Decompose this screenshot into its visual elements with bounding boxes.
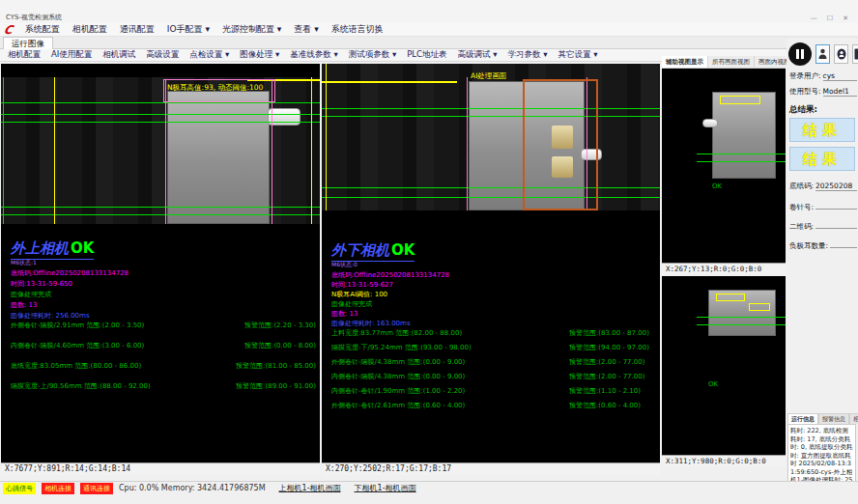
app-logo-icon: C (3, 24, 14, 36)
table-row: 内侧卷针-隔膜/4.38mm 范围:(0.00 - 9.00)预警范围:(2.0… (331, 372, 656, 386)
logout-button[interactable] (852, 44, 858, 64)
tool-image-processing[interactable]: 图像处理 ▾ (240, 49, 279, 61)
tool-advanced-settings[interactable]: 高级设置 (146, 49, 179, 61)
table-row: 内侧卷针-卷针/1.90mm 范围:(1.00 - 2.20)预警范围:(1.1… (331, 386, 656, 401)
middle-line-count: 图数: 13 (331, 309, 449, 319)
bottom-camera-view-link[interactable]: 下相机1-相机画面 (355, 483, 416, 493)
tool-advanced-debug[interactable]: 高级调试 ▾ (458, 49, 498, 61)
tab-run-info[interactable]: 运行信息 (787, 413, 818, 424)
aux-top-note: OK (712, 182, 722, 190)
tool-camera-debug[interactable]: 相机调试 (102, 49, 135, 61)
qr-value[interactable] (815, 220, 857, 229)
comm-connect-status-badge: 通讯连接 (80, 483, 113, 494)
aux-tab-all-views[interactable]: 所有画面视图 (708, 56, 755, 68)
login-user-value[interactable]: cys (823, 71, 857, 81)
tool-test-params[interactable]: 测试项参数 ▾ (349, 49, 396, 61)
middle-line-code: 底纸码:Offline20250208133134728 (331, 270, 449, 280)
cpu-memory-text: Cpu: 0.0% Memory: 3424.41796875M (119, 484, 266, 492)
tool-learning-params[interactable]: 学习参数 ▾ (507, 49, 547, 61)
table-row: 隔膜宽度-上/90.56mm 范围:(88.00 - 92.00)预警范围:(8… (11, 381, 316, 402)
aux-bottom-statusbar: X:311;Y:980;R:0;G:0;B:0 (662, 455, 786, 466)
tool-ai-config[interactable]: AI使用配置 (51, 49, 92, 61)
left-result-title: 外上相机OK (11, 239, 94, 260)
pause-button[interactable] (788, 42, 812, 66)
middle-camera-view[interactable]: AI处理画面 外下相机OK M6状态:0 底纸码:Offline20250208… (322, 64, 660, 475)
run-log-text[interactable]: 耗时: 222, 底纸检测耗时: 17, 底纸分类耗时: 0, 底纸提取分类耗时… (787, 424, 856, 488)
middle-measure-rows: 上料宽度:83.77mm 范围:(82.00 - 88.00)预警范围:(83.… (331, 328, 656, 415)
tool-camera-config[interactable]: 相机配置 (8, 49, 41, 61)
bottom-statusbar: 心跳信号 相机连接 通讯连接 Cpu: 0.0% Memory: 3424.41… (0, 481, 858, 494)
info-tabs: 运行信息 报警信息 相机信息 (787, 413, 858, 424)
user-login-button[interactable] (815, 44, 830, 64)
tab-row: 运行图像 (0, 37, 858, 49)
aux-bottom-green-line-1 (697, 317, 786, 318)
middle-line-done: 图像处理完成 (331, 299, 449, 309)
middle-line-threshold: N极耳AI阈值: 100 (331, 290, 449, 299)
menu-view[interactable]: 查看 ▾ (294, 23, 318, 36)
tool-baseline-params[interactable]: 基准线参数 ▾ (290, 49, 337, 61)
title-bar: CYS-视觉检测系统 — ☐ ✕ (0, 0, 858, 23)
menu-camera-config[interactable]: 相机配置 (72, 23, 107, 36)
model-value[interactable]: Model1 (823, 87, 857, 97)
anode-count-value[interactable] (830, 239, 857, 248)
menu-system-config[interactable]: 系统配置 (25, 23, 60, 36)
result-badge-2: 结果 (789, 147, 855, 171)
table-row: 内侧卷针-隔膜/4.60mm 范围:(3.00 - 6.00)预警范围:(0.0… (11, 341, 316, 361)
maximize-icon[interactable]: ☐ (827, 14, 833, 22)
table-row: 隔膜宽度-下/95.24mm 范围:(93.00 - 98.00)预警范围:(9… (331, 343, 656, 357)
aux-top-green-line-1 (697, 154, 786, 154)
aux-bottom-view[interactable]: OK X:311;Y:980;R:0;G:0;B:0 (662, 276, 786, 466)
tab-alarm-info[interactable]: 报警信息 (818, 413, 849, 424)
minimize-icon[interactable]: — (811, 14, 817, 22)
app-window: CYS-视觉检测系统 — ☐ ✕ C 系统配置 相机配置 通讯配置 IO手配置 … (0, 0, 858, 504)
left-line-done: 图像处理完成 (11, 290, 129, 300)
user-lock-button[interactable] (834, 44, 848, 64)
menu-comm-config[interactable]: 通讯配置 (120, 23, 155, 36)
middle-view-statusbar: X:270;Y:2502;R:17;G:17;B:17 (322, 462, 660, 475)
anode-count-label: 负极耳数量: (789, 241, 828, 251)
menu-language-switch[interactable]: 系统语言切换 (331, 23, 384, 36)
left-info-lines: 底纸码:Offline20250208133134728 时间:13-31-59… (11, 268, 129, 322)
tool-plc-address[interactable]: PLC地址表 (407, 49, 446, 61)
left-overlay-label: N极耳高值:93, 动态阈值:100 (167, 83, 263, 93)
total-result-label: 总结果: (789, 104, 817, 116)
middle-overlay-green-line-1 (322, 108, 660, 109)
aux-bottom-overlay-yellow-box-2 (749, 303, 770, 311)
left-overlay-yellow-vline-2 (311, 77, 312, 224)
base-code-value[interactable]: 20250208 (815, 182, 857, 191)
middle-overlay-orange-box (523, 79, 598, 210)
close-icon[interactable]: ✕ (843, 14, 848, 22)
right-sidebar: 登录用户: cys 使用型号: Model1 总结果: 结果 结果 底纸码: 2… (786, 39, 858, 489)
tool-spot-check[interactable]: 点检设置 ▾ (189, 49, 229, 61)
left-camera-view[interactable]: N极耳高值:93, 动态阈值:100 外上相机OK M6状态:1 底纸码:Off… (1, 64, 320, 475)
middle-camera-name: 外下相机 (331, 241, 389, 259)
logout-icon (854, 48, 858, 60)
left-line-count: 图数: 13 (11, 300, 129, 311)
table-row: 底纸宽度:83.05mm 范围:(80.00 - 86.00)预警范围:(81.… (11, 361, 316, 381)
aux-top-view[interactable]: OK X:267;Y:13;R:0;G:0;B:0 (662, 69, 786, 274)
menu-io-config[interactable]: IO手配置 ▾ (167, 23, 210, 36)
table-row: 上料宽度:83.77mm 范围:(82.00 - 88.00)预警范围:(83.… (331, 328, 656, 343)
left-result-sub: M6状态:1 (11, 259, 37, 267)
menu-light-config[interactable]: 光源控制配置 ▾ (222, 23, 281, 36)
aux-tab-assist-view[interactable]: 辅助视图显示 (662, 56, 708, 68)
base-code-label: 底纸码: (789, 182, 814, 191)
table-row: 外侧卷针-卷针/2.61mm 范围:(0.60 - 4.00)预警范围:(0.6… (331, 401, 656, 415)
tool-other-settings[interactable]: 其它设置 ▾ (558, 49, 597, 61)
left-overlay-yellow-vline-1 (54, 77, 55, 224)
left-view-statusbar: X:7677;Y:891;R:14;G:14;B:14 (1, 462, 320, 475)
tab-run-image[interactable]: 运行图像 (3, 37, 53, 49)
top-camera-view-link[interactable]: 上相机1-相机画面 (279, 483, 341, 493)
tab-camera-info[interactable]: 相机信息 (849, 413, 858, 424)
needle-field: 卷针号: (789, 201, 857, 212)
table-row: 外侧卷针-隔膜/2.91mm 范围:(2.00 - 3.50)预警范围:(2.2… (11, 321, 316, 341)
left-connector-image (268, 108, 300, 126)
middle-result-title: 外下相机OK (331, 241, 415, 262)
middle-overlay-green-line-4 (322, 197, 660, 198)
login-user-field: 登录用户: cys (789, 71, 857, 81)
aux-bottom-green-line-2 (697, 324, 786, 325)
table-row: 外侧卷针-隔膜/4.38mm 范围:(0.00 - 9.00)预警范围:(2.0… (331, 357, 656, 372)
left-line-code: 底纸码:Offline20250208133134728 (11, 268, 129, 279)
needle-value[interactable] (815, 201, 857, 210)
middle-info-lines: 底纸码:Offline20250208133134728 时间:13-31-59… (331, 270, 449, 328)
